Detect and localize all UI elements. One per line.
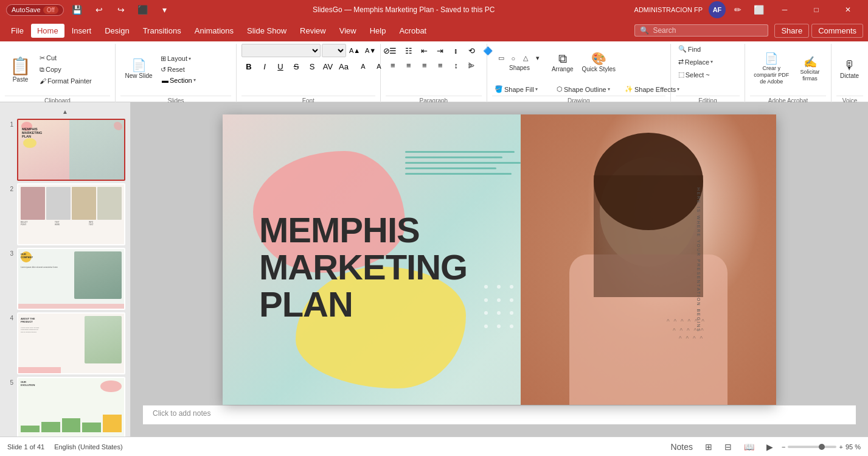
shapes-button[interactable]: ▭ ○ △ ▾ Shapes	[492, 52, 547, 72]
section-button[interactable]: ▬ Section ▾	[158, 75, 231, 85]
slide-thumb-4[interactable]: ABOUT THEPRODUCT Lorem ipsum dolor sit a…	[17, 312, 125, 374]
select-button[interactable]: ⬚ Select ~	[676, 69, 749, 80]
menu-slideshow[interactable]: Slide Show	[241, 24, 293, 38]
align-left-button[interactable]: ≡	[386, 58, 400, 72]
comments-button[interactable]: Comments	[811, 24, 863, 38]
close-button[interactable]: ✕	[834, 0, 862, 19]
arrange-button[interactable]: ⧉ Arrange	[548, 44, 577, 80]
slide-item-1[interactable]: 1 MEMPHISMARKETINGPLAN	[0, 119, 130, 181]
dictate-button[interactable]: 🎙 Dictate	[836, 51, 863, 88]
shape-outline-button[interactable]: ⬡ Shape Outline ▾	[554, 84, 621, 94]
create-share-pdf-button[interactable]: 📄 Crear y compartir PDF de Adobe	[750, 51, 793, 88]
numbering-button[interactable]: ☷	[401, 44, 416, 57]
display-options-icon[interactable]: ⬜	[750, 3, 767, 16]
decrease-indent-button[interactable]: ⇤	[417, 44, 432, 57]
customize-qat-button[interactable]: ▾	[156, 3, 173, 16]
font-size-select[interactable]	[322, 44, 346, 57]
maximize-button[interactable]: □	[802, 0, 830, 19]
underline-button[interactable]: U	[273, 60, 288, 73]
italic-button[interactable]: I	[257, 60, 272, 73]
autosave-toggle[interactable]: Off	[43, 6, 58, 14]
notes-button[interactable]: Notes	[667, 441, 696, 453]
slide-thumb-1[interactable]: MEMPHISMARKETINGPLAN	[17, 119, 125, 181]
menu-transitions[interactable]: Transitions	[137, 24, 187, 38]
font-case-button[interactable]: Aa	[336, 60, 351, 73]
new-slide-button[interactable]: 📄 New Slide	[120, 51, 157, 88]
align-center-button[interactable]: ≡	[401, 58, 416, 72]
slide-item-3[interactable]: 3 OURCOMPANY Lorem ipsum dolor sit amet …	[0, 248, 130, 310]
menu-insert[interactable]: Insert	[66, 24, 98, 38]
format-painter-button[interactable]: 🖌 Format Painter	[37, 76, 110, 86]
slide-thumb-5[interactable]: OUREVOLUTION	[17, 377, 125, 437]
zoom-control[interactable]: − + 95 %	[782, 443, 861, 451]
slide-item-5[interactable]: 5 OUREVOLUTION	[0, 377, 130, 437]
reset-button[interactable]: ↺ Reset	[158, 65, 231, 75]
shape-rect[interactable]: ▭	[496, 54, 507, 63]
increase-indent-button[interactable]: ⇥	[433, 44, 448, 57]
bullets-button[interactable]: ☰	[386, 44, 400, 57]
slide-sorter-button[interactable]: ⊟	[721, 441, 735, 453]
menu-file[interactable]: File	[5, 24, 30, 38]
text-direction-button[interactable]: ⟲	[465, 44, 479, 57]
paste-button[interactable]: 📋 Paste	[5, 54, 36, 85]
font-increase-button[interactable]: A▲	[347, 44, 362, 57]
paragraph-row1: ☰ ☷ ⇤ ⇥ ⫾ ⟲ 🔷	[386, 44, 495, 57]
menu-design[interactable]: Design	[99, 24, 135, 38]
find-button[interactable]: 🔍 Find	[676, 44, 749, 54]
request-signatures-button[interactable]: ✍ Solicitar firmas	[794, 51, 826, 88]
char-spacing-button[interactable]: AV	[321, 60, 335, 73]
zoom-out-icon[interactable]: −	[782, 443, 785, 451]
zoom-in-icon[interactable]: +	[839, 443, 842, 451]
shape-more[interactable]: ▾	[532, 54, 543, 63]
slide-thumb-3[interactable]: OURCOMPANY Lorem ipsum dolor sit amet co…	[17, 248, 125, 310]
shape-oval[interactable]: ○	[508, 54, 519, 63]
replace-button[interactable]: ⇄ Replace ▾	[676, 57, 749, 67]
copy-button[interactable]: ⧉ Copy	[37, 65, 110, 75]
deco-lines-group	[405, 151, 527, 188]
font-family-select[interactable]	[241, 44, 321, 57]
slide-item-4[interactable]: 4 ABOUT THEPRODUCT Lorem ipsum dolor sit…	[0, 312, 130, 374]
align-right-button[interactable]: ≡	[417, 58, 432, 72]
avatar[interactable]: AF	[709, 1, 726, 18]
layout-button[interactable]: ⊞ Layout ▾	[158, 54, 231, 64]
save-button[interactable]: 💾	[69, 3, 86, 16]
font-decrease-button[interactable]: A▼	[363, 44, 378, 57]
pen-icon[interactable]: ✏	[729, 3, 746, 16]
autosave-pill[interactable]: AutoSave Off	[6, 4, 64, 16]
menu-acrobat[interactable]: Acrobat	[393, 24, 432, 38]
slideshow-button[interactable]: ▶	[763, 441, 777, 453]
cut-button[interactable]: ✂ Cut	[37, 53, 110, 63]
menu-review[interactable]: Review	[294, 24, 332, 38]
presentation-view-button[interactable]: ⬛	[134, 3, 151, 16]
highlight-color-button[interactable]: A	[356, 60, 370, 73]
strikethrough-button[interactable]: S	[289, 60, 304, 73]
menu-view[interactable]: View	[333, 24, 363, 38]
search-input[interactable]	[653, 26, 763, 35]
notes-bar[interactable]: Click to add notes	[143, 405, 856, 424]
add-remove-columns[interactable]: ⫸	[465, 58, 479, 72]
zoom-thumb[interactable]	[819, 444, 825, 450]
redo-button[interactable]: ↪	[113, 3, 130, 16]
normal-view-button[interactable]: ⊞	[701, 441, 716, 453]
shape-tri[interactable]: △	[520, 54, 531, 63]
slide-canvas[interactable]: MEMPHIS MARKETING PLAN HERE IS WHERE YOU…	[223, 114, 776, 405]
justify-button[interactable]: ≡	[433, 58, 448, 72]
slide-thumb-2[interactable]: BULLETPOINT TEXTHERE INFOTEXT	[17, 183, 125, 245]
shape-fill-button[interactable]: 🪣 Shape Fill ▾	[492, 84, 553, 94]
line-spacing-button[interactable]: ↕	[449, 58, 464, 72]
undo-button[interactable]: ↩	[91, 3, 108, 16]
menu-home[interactable]: Home	[31, 24, 64, 38]
menu-animations[interactable]: Animations	[189, 24, 240, 38]
quick-styles-button[interactable]: 🎨 Quick Styles	[578, 44, 620, 80]
minimize-button[interactable]: ─	[771, 0, 799, 19]
share-button[interactable]: Share	[774, 24, 809, 38]
zoom-track[interactable]	[788, 446, 836, 448]
slide-item-2[interactable]: 2 BULLETPOINT TEXTHERE INFOTEXT	[0, 183, 130, 245]
column-button[interactable]: ⫾	[449, 44, 464, 57]
menu-help[interactable]: Help	[364, 24, 392, 38]
bold-button[interactable]: B	[241, 60, 256, 73]
shadow-button[interactable]: S	[305, 60, 319, 73]
scroll-up-arrow[interactable]: ▲	[0, 107, 130, 116]
reading-view-button[interactable]: 📖	[740, 441, 758, 453]
search-box[interactable]: 🔍	[634, 24, 768, 37]
